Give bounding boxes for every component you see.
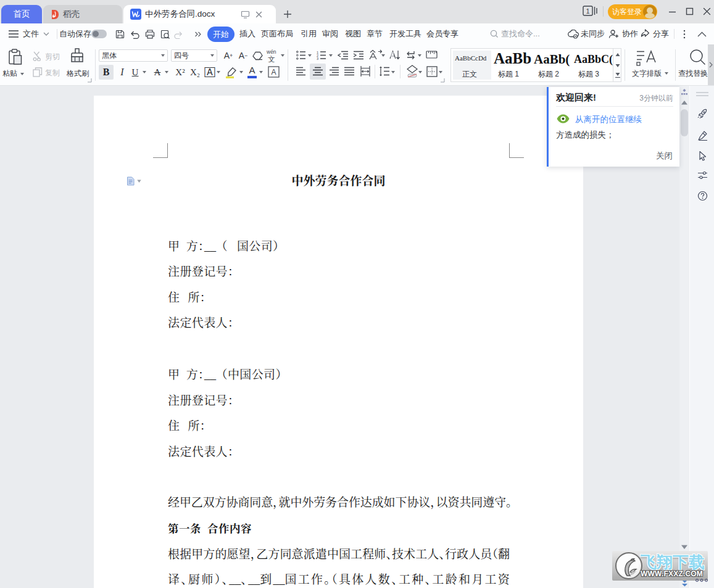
svg-text:3: 3 [317,57,318,60]
svg-text:wén: wén [266,49,276,55]
svg-text:1: 1 [586,7,589,15]
svg-text:A: A [271,68,276,77]
svg-text:文: 文 [268,55,275,62]
